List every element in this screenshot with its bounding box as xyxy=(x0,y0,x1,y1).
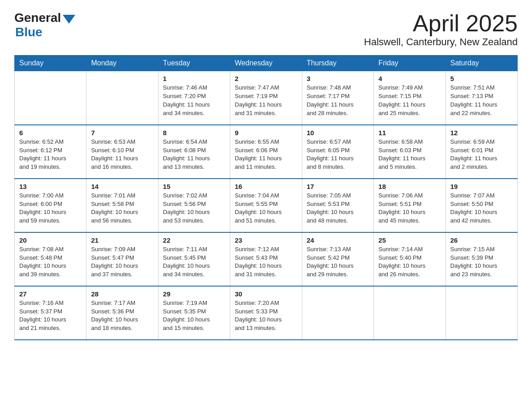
day-info: Sunrise: 6:52 AM Sunset: 6:12 PM Dayligh… xyxy=(19,138,82,171)
day-number: 25 xyxy=(378,236,441,244)
calendar-cell xyxy=(15,71,86,125)
weekday-header-friday: Friday xyxy=(374,56,446,71)
calendar-cell: 15Sunrise: 7:02 AM Sunset: 5:56 PM Dayli… xyxy=(158,179,230,232)
calendar-cell: 25Sunrise: 7:14 AM Sunset: 5:40 PM Dayli… xyxy=(374,232,446,286)
day-info: Sunrise: 7:09 AM Sunset: 5:47 PM Dayligh… xyxy=(91,245,153,279)
day-info: Sunrise: 7:04 AM Sunset: 5:55 PM Dayligh… xyxy=(235,192,297,225)
calendar-cell: 9Sunrise: 6:55 AM Sunset: 6:06 PM Daylig… xyxy=(230,125,302,179)
day-number: 16 xyxy=(235,183,297,190)
weekday-header-wednesday: Wednesday xyxy=(230,56,302,71)
calendar-cell: 28Sunrise: 7:17 AM Sunset: 5:36 PM Dayli… xyxy=(86,286,158,340)
day-number: 18 xyxy=(378,183,441,190)
weekday-header-tuesday: Tuesday xyxy=(158,56,230,71)
day-number: 5 xyxy=(450,75,513,82)
day-info: Sunrise: 7:17 AM Sunset: 5:36 PM Dayligh… xyxy=(91,299,153,333)
calendar-cell: 26Sunrise: 7:15 AM Sunset: 5:39 PM Dayli… xyxy=(446,232,517,286)
day-number: 29 xyxy=(163,290,225,298)
calendar-week-row: 6Sunrise: 6:52 AM Sunset: 6:12 PM Daylig… xyxy=(15,125,518,179)
calendar-week-row: 13Sunrise: 7:00 AM Sunset: 6:00 PM Dayli… xyxy=(15,179,518,232)
day-info: Sunrise: 7:07 AM Sunset: 5:50 PM Dayligh… xyxy=(450,192,513,225)
day-info: Sunrise: 7:01 AM Sunset: 5:58 PM Dayligh… xyxy=(91,192,153,225)
logo-blue-text: Blue xyxy=(15,25,43,39)
calendar-title: April 2025 xyxy=(364,11,518,36)
calendar-cell: 19Sunrise: 7:07 AM Sunset: 5:50 PM Dayli… xyxy=(446,179,517,232)
day-number: 4 xyxy=(378,75,441,82)
calendar-cell: 17Sunrise: 7:05 AM Sunset: 5:53 PM Dayli… xyxy=(302,179,373,232)
calendar-cell: 12Sunrise: 6:59 AM Sunset: 6:01 PM Dayli… xyxy=(446,125,517,179)
day-number: 14 xyxy=(91,183,153,190)
page-header: General Blue April 2025 Halswell, Canter… xyxy=(14,11,518,48)
calendar-location: Halswell, Canterbury, New Zealand xyxy=(364,36,518,48)
day-info: Sunrise: 6:59 AM Sunset: 6:01 PM Dayligh… xyxy=(450,138,513,171)
calendar-week-row: 1Sunrise: 7:46 AM Sunset: 7:20 PM Daylig… xyxy=(15,71,518,125)
calendar-cell: 22Sunrise: 7:11 AM Sunset: 5:45 PM Dayli… xyxy=(158,232,230,286)
day-number: 27 xyxy=(19,290,82,298)
calendar-week-row: 27Sunrise: 7:16 AM Sunset: 5:37 PM Dayli… xyxy=(15,286,518,340)
calendar-cell xyxy=(446,286,517,340)
calendar-week-row: 20Sunrise: 7:08 AM Sunset: 5:48 PM Dayli… xyxy=(15,232,518,286)
calendar-cell: 23Sunrise: 7:12 AM Sunset: 5:43 PM Dayli… xyxy=(230,232,302,286)
day-number: 23 xyxy=(235,236,297,244)
day-info: Sunrise: 7:48 AM Sunset: 7:17 PM Dayligh… xyxy=(307,84,369,117)
calendar-header-row: SundayMondayTuesdayWednesdayThursdayFrid… xyxy=(15,56,518,71)
calendar-cell: 30Sunrise: 7:20 AM Sunset: 5:33 PM Dayli… xyxy=(230,286,302,340)
day-info: Sunrise: 6:54 AM Sunset: 6:08 PM Dayligh… xyxy=(163,138,225,171)
day-info: Sunrise: 7:08 AM Sunset: 5:48 PM Dayligh… xyxy=(19,245,82,279)
calendar-cell xyxy=(302,286,373,340)
day-info: Sunrise: 7:00 AM Sunset: 6:00 PM Dayligh… xyxy=(19,192,82,225)
day-info: Sunrise: 6:55 AM Sunset: 6:06 PM Dayligh… xyxy=(235,138,297,171)
day-number: 30 xyxy=(235,290,297,298)
calendar-cell: 5Sunrise: 7:51 AM Sunset: 7:13 PM Daylig… xyxy=(446,71,517,125)
day-number: 19 xyxy=(450,183,513,190)
day-number: 13 xyxy=(19,183,82,190)
day-number: 11 xyxy=(378,129,441,137)
day-number: 12 xyxy=(450,129,513,137)
calendar-cell: 6Sunrise: 6:52 AM Sunset: 6:12 PM Daylig… xyxy=(15,125,86,179)
title-block: April 2025 Halswell, Canterbury, New Zea… xyxy=(364,11,518,48)
calendar-cell: 20Sunrise: 7:08 AM Sunset: 5:48 PM Dayli… xyxy=(15,232,86,286)
day-number: 21 xyxy=(91,236,153,244)
day-info: Sunrise: 7:06 AM Sunset: 5:51 PM Dayligh… xyxy=(378,192,441,225)
calendar-cell: 21Sunrise: 7:09 AM Sunset: 5:47 PM Dayli… xyxy=(86,232,158,286)
day-info: Sunrise: 7:02 AM Sunset: 5:56 PM Dayligh… xyxy=(163,192,225,225)
day-info: Sunrise: 6:53 AM Sunset: 6:10 PM Dayligh… xyxy=(91,138,153,171)
calendar-cell: 27Sunrise: 7:16 AM Sunset: 5:37 PM Dayli… xyxy=(15,286,86,340)
day-number: 26 xyxy=(450,236,513,244)
day-number: 28 xyxy=(91,290,153,298)
day-info: Sunrise: 7:47 AM Sunset: 7:19 PM Dayligh… xyxy=(235,84,297,117)
logo-general-text: General xyxy=(14,11,61,25)
day-number: 24 xyxy=(307,236,369,244)
day-number: 3 xyxy=(307,75,369,82)
day-number: 7 xyxy=(91,129,153,137)
day-number: 10 xyxy=(307,129,369,137)
calendar-cell: 3Sunrise: 7:48 AM Sunset: 7:17 PM Daylig… xyxy=(302,71,373,125)
calendar-cell: 29Sunrise: 7:19 AM Sunset: 5:35 PM Dayli… xyxy=(158,286,230,340)
calendar-cell: 11Sunrise: 6:58 AM Sunset: 6:03 PM Dayli… xyxy=(374,125,446,179)
day-info: Sunrise: 7:49 AM Sunset: 7:15 PM Dayligh… xyxy=(378,84,441,117)
calendar-cell: 1Sunrise: 7:46 AM Sunset: 7:20 PM Daylig… xyxy=(158,71,230,125)
day-number: 6 xyxy=(19,129,82,137)
day-info: Sunrise: 7:16 AM Sunset: 5:37 PM Dayligh… xyxy=(19,299,82,333)
calendar-cell: 16Sunrise: 7:04 AM Sunset: 5:55 PM Dayli… xyxy=(230,179,302,232)
day-info: Sunrise: 7:20 AM Sunset: 5:33 PM Dayligh… xyxy=(235,299,297,333)
day-info: Sunrise: 6:57 AM Sunset: 6:05 PM Dayligh… xyxy=(307,138,369,171)
calendar-cell: 13Sunrise: 7:00 AM Sunset: 6:00 PM Dayli… xyxy=(15,179,86,232)
day-info: Sunrise: 7:19 AM Sunset: 5:35 PM Dayligh… xyxy=(163,299,225,333)
calendar-cell: 4Sunrise: 7:49 AM Sunset: 7:15 PM Daylig… xyxy=(374,71,446,125)
weekday-header-monday: Monday xyxy=(86,56,158,71)
calendar-cell: 24Sunrise: 7:13 AM Sunset: 5:42 PM Dayli… xyxy=(302,232,373,286)
day-info: Sunrise: 7:14 AM Sunset: 5:40 PM Dayligh… xyxy=(378,245,441,279)
weekday-header-thursday: Thursday xyxy=(302,56,373,71)
calendar-table: SundayMondayTuesdayWednesdayThursdayFrid… xyxy=(14,55,518,340)
day-number: 17 xyxy=(307,183,369,190)
weekday-header-sunday: Sunday xyxy=(15,56,86,71)
day-info: Sunrise: 7:05 AM Sunset: 5:53 PM Dayligh… xyxy=(307,192,369,225)
calendar-cell: 14Sunrise: 7:01 AM Sunset: 5:58 PM Dayli… xyxy=(86,179,158,232)
calendar-cell: 18Sunrise: 7:06 AM Sunset: 5:51 PM Dayli… xyxy=(374,179,446,232)
logo-arrow-icon xyxy=(63,15,75,24)
day-number: 22 xyxy=(163,236,225,244)
calendar-cell xyxy=(86,71,158,125)
calendar-cell: 7Sunrise: 6:53 AM Sunset: 6:10 PM Daylig… xyxy=(86,125,158,179)
day-number: 8 xyxy=(163,129,225,137)
day-info: Sunrise: 7:51 AM Sunset: 7:13 PM Dayligh… xyxy=(450,84,513,117)
